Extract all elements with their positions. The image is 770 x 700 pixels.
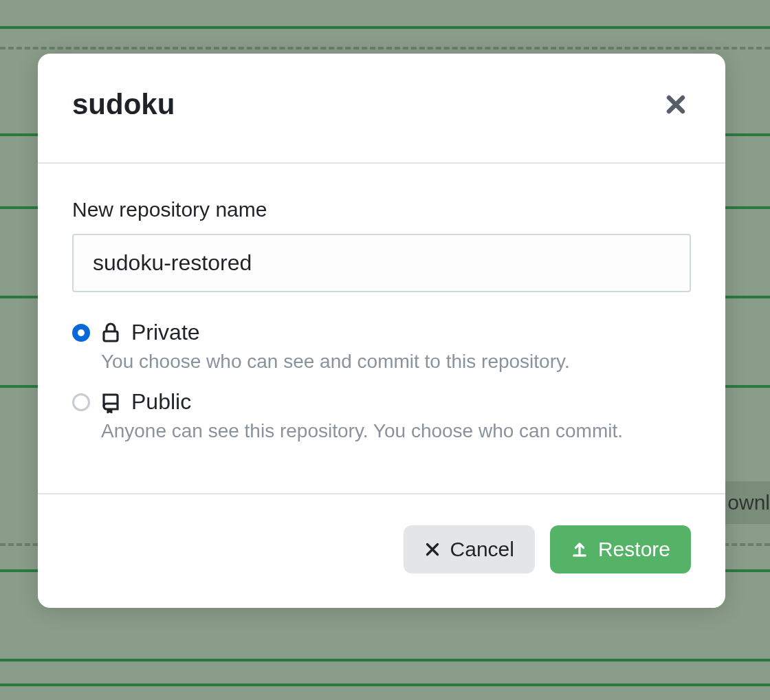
visibility-option-public[interactable]: Public <box>72 389 691 415</box>
radio-private[interactable] <box>72 324 90 342</box>
restore-label: Restore <box>598 538 670 561</box>
modal-footer: Cancel Restore <box>38 494 725 608</box>
modal-body: New repository name Private You choose w… <box>38 164 725 494</box>
close-button[interactable] <box>661 89 691 120</box>
private-label: Private <box>131 320 200 345</box>
private-description: You choose who can see and commit to thi… <box>101 351 691 373</box>
visibility-radio-group: Private You choose who can see and commi… <box>72 320 691 442</box>
radio-public[interactable] <box>72 393 90 411</box>
restore-button[interactable]: Restore <box>550 525 691 573</box>
upload-icon <box>571 540 588 558</box>
lock-icon <box>100 322 122 344</box>
repo-name-label: New repository name <box>72 198 691 221</box>
modal-title: sudoku <box>72 88 175 121</box>
close-icon <box>665 94 687 116</box>
cancel-label: Cancel <box>450 538 514 561</box>
x-icon <box>424 541 441 558</box>
repo-icon <box>100 391 122 413</box>
svg-rect-0 <box>104 331 118 341</box>
restore-repo-modal: sudoku New repository name Privat <box>38 54 725 608</box>
visibility-option-private[interactable]: Private <box>72 320 691 345</box>
repo-name-input[interactable] <box>72 234 691 292</box>
public-label: Public <box>131 389 191 415</box>
cancel-button[interactable]: Cancel <box>404 525 535 573</box>
modal-header: sudoku <box>38 54 725 164</box>
public-description: Anyone can see this repository. You choo… <box>101 420 691 442</box>
